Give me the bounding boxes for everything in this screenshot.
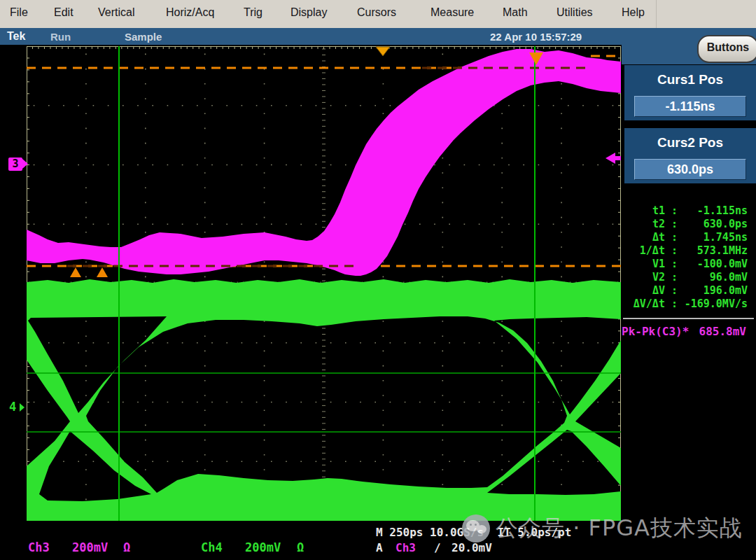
readout-row: ΔV :196.0mV: [623, 284, 748, 298]
menu-item-cursors[interactable]: Cursors: [357, 6, 396, 19]
ch3-coupling-icon: Ω: [123, 540, 130, 554]
readout-label: V1 :: [623, 258, 678, 271]
ch4-label[interactable]: Ch4: [201, 540, 223, 554]
trigger-position-marker-icon[interactable]: [376, 47, 390, 56]
readout-label: V2 :: [623, 271, 678, 284]
ch3-level-arrow-icon: [606, 153, 615, 164]
trigger-slope-icon: ∕: [434, 541, 441, 554]
readout-label: Δt :: [623, 231, 678, 244]
readout-row: V1 :-100.0mV: [623, 258, 748, 271]
readout-label: t1 :: [623, 204, 678, 218]
readout-row: V2 :96.0mV: [623, 271, 748, 284]
readout-value: 96.0mV: [678, 271, 748, 284]
readout-label: ΔV/Δt :: [623, 298, 678, 311]
curs1-pos-value[interactable]: -1.115ns: [634, 96, 746, 117]
ch3-scale: 200mV: [72, 540, 108, 554]
menu-item-horizacq[interactable]: Horiz/Acq: [166, 6, 214, 19]
datetime: 22 Apr 10 15:57:29: [490, 31, 582, 43]
ch3-marker-arrow-icon: [22, 159, 28, 169]
readout-value: -1.115ns: [678, 204, 748, 218]
wechat-icon: [462, 514, 490, 542]
readout-value: 1.745ns: [678, 231, 748, 244]
readout-separator: [623, 318, 754, 319]
readout-label: ΔV :: [623, 284, 678, 298]
ch4-eye-diagram: [27, 279, 621, 521]
menu-bar: FileEditVerticalHoriz/AcqTrigDisplayCurs…: [0, 0, 756, 29]
menu-item-help[interactable]: Help: [622, 6, 645, 19]
cursor-readout-table: t1 :-1.115nst2 :630.0psΔt :1.745ns1/Δt :…: [623, 204, 748, 311]
ch3-trace: [27, 49, 621, 276]
tek-logo: Tek: [7, 30, 25, 43]
oscilloscope-screen: FileEditVerticalHoriz/AcqTrigDisplayCurs…: [0, 0, 756, 560]
menu-item-math[interactable]: Math: [503, 6, 528, 19]
level-marker-triangle-icon: [97, 267, 108, 277]
trigger-mode: A: [376, 541, 383, 554]
readout-value: -169.0MV/s: [678, 298, 748, 311]
menu-item-display[interactable]: Display: [290, 6, 327, 19]
readout-label: t2 :: [623, 218, 678, 231]
status-bar: Tek Run Sample 22 Apr 10 15:57:29: [0, 28, 756, 45]
menu-divider: [656, 0, 657, 28]
readout-row: t1 :-1.115ns: [623, 204, 748, 218]
curs2-pos-value[interactable]: 630.0ps: [634, 159, 746, 180]
ch4-marker[interactable]: 4: [9, 400, 16, 414]
pkpk-label: Pk-Pk(C3)*: [622, 325, 689, 338]
readout-value: 630.0ps: [678, 218, 748, 231]
ch3-label[interactable]: Ch3: [28, 540, 50, 554]
readout-value: 573.1MHz: [678, 244, 748, 258]
watermark-text: 公众号 · FPGA技术实战: [496, 513, 743, 544]
readout-row: 1/Δt :573.1MHz: [623, 244, 748, 258]
ch4-scale: 200mV: [245, 540, 281, 554]
buttons-button[interactable]: Buttons: [697, 35, 756, 63]
readout-row: Δt :1.745ns: [623, 231, 748, 244]
pkpk-measurement: Pk-Pk(C3)* 685.8mV: [622, 325, 746, 338]
ch3-level-arrow-tail: [615, 156, 621, 160]
curs2-pos-panel: Curs2 Pos 630.0ps: [624, 128, 756, 183]
menu-item-file[interactable]: File: [10, 6, 28, 19]
acquisition-state: Run: [50, 31, 71, 43]
menu-item-edit[interactable]: Edit: [54, 6, 74, 19]
menu-item-trig[interactable]: Trig: [244, 6, 262, 19]
waveform-graticule[interactable]: [27, 46, 621, 521]
ch4-marker-arrow-icon: [20, 403, 24, 412]
menu-item-vertical[interactable]: Vertical: [98, 6, 134, 19]
readout-row: ΔV/Δt :-169.0MV/s: [623, 298, 748, 311]
curs2-pos-title: Curs2 Pos: [624, 135, 756, 150]
level-marker-triangle-icon: [70, 267, 81, 277]
curs1-pos-panel: Curs1 Pos -1.115ns: [624, 65, 756, 120]
menu-item-measure[interactable]: Measure: [430, 6, 474, 19]
curs1-pos-title: Curs1 Pos: [624, 72, 756, 88]
ch4-coupling-icon: Ω: [297, 540, 304, 554]
readout-label: 1/Δt :: [623, 244, 678, 258]
trigger-source: Ch3: [396, 541, 416, 554]
menu-item-utilities[interactable]: Utilities: [556, 6, 593, 19]
readout-value: -100.0mV: [678, 258, 748, 271]
acquisition-mode: Sample: [125, 31, 162, 43]
watermark: 公众号 · FPGA技术实战: [462, 513, 743, 544]
pkpk-value: 685.8mV: [689, 325, 746, 338]
readout-row: t2 :630.0ps: [623, 218, 748, 231]
readout-value: 196.0mV: [678, 284, 748, 298]
ch3-marker[interactable]: 3: [8, 158, 22, 171]
